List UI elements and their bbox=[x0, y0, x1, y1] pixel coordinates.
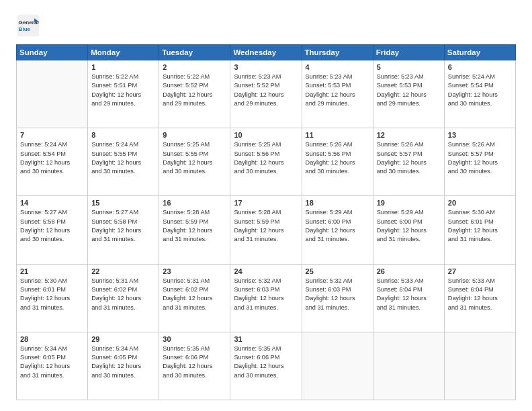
day-number: 8 bbox=[91, 131, 155, 139]
day-number: 4 bbox=[306, 63, 369, 71]
calendar-day-cell bbox=[302, 332, 373, 400]
day-number: 13 bbox=[448, 131, 512, 139]
day-number: 31 bbox=[234, 335, 298, 343]
day-info: Sunrise: 5:34 AM Sunset: 6:05 PM Dayligh… bbox=[91, 345, 155, 380]
day-info: Sunrise: 5:27 AM Sunset: 5:58 PM Dayligh… bbox=[20, 208, 84, 244]
calendar-day-header: Saturday bbox=[444, 45, 515, 60]
day-info: Sunrise: 5:23 AM Sunset: 5:52 PM Dayligh… bbox=[234, 73, 298, 108]
day-number: 15 bbox=[91, 199, 155, 207]
calendar-day-cell bbox=[17, 60, 88, 128]
calendar-day-cell: 31Sunrise: 5:35 AM Sunset: 6:06 PM Dayli… bbox=[230, 332, 302, 400]
calendar-day-cell: 29Sunrise: 5:34 AM Sunset: 6:05 PM Dayli… bbox=[88, 332, 159, 400]
calendar-week-row: 1Sunrise: 5:22 AM Sunset: 5:51 PM Daylig… bbox=[17, 60, 516, 128]
logo-icon: General Blue bbox=[16, 13, 40, 38]
day-info: Sunrise: 5:24 AM Sunset: 5:55 PM Dayligh… bbox=[91, 140, 155, 176]
calendar-day-cell: 24Sunrise: 5:32 AM Sunset: 6:03 PM Dayli… bbox=[230, 264, 302, 332]
calendar-day-header: Friday bbox=[373, 45, 444, 60]
day-info: Sunrise: 5:24 AM Sunset: 5:54 PM Dayligh… bbox=[20, 140, 84, 176]
calendar-day-cell bbox=[373, 332, 444, 400]
day-info: Sunrise: 5:26 AM Sunset: 5:57 PM Dayligh… bbox=[448, 140, 512, 176]
day-info: Sunrise: 5:28 AM Sunset: 5:59 PM Dayligh… bbox=[163, 208, 226, 244]
day-info: Sunrise: 5:22 AM Sunset: 5:52 PM Dayligh… bbox=[163, 73, 226, 108]
calendar-week-row: 28Sunrise: 5:34 AM Sunset: 6:05 PM Dayli… bbox=[17, 332, 516, 400]
page: General Blue SundayMondayTuesdayWednesda… bbox=[0, 0, 532, 411]
calendar-week-row: 7Sunrise: 5:24 AM Sunset: 5:54 PM Daylig… bbox=[17, 128, 516, 196]
day-number: 3 bbox=[234, 63, 298, 71]
header: General Blue bbox=[16, 13, 516, 38]
day-number: 1 bbox=[91, 63, 155, 71]
calendar-day-cell: 4Sunrise: 5:23 AM Sunset: 5:53 PM Daylig… bbox=[302, 60, 373, 128]
day-number: 12 bbox=[377, 131, 441, 139]
calendar-day-cell: 28Sunrise: 5:34 AM Sunset: 6:05 PM Dayli… bbox=[17, 332, 88, 400]
day-info: Sunrise: 5:34 AM Sunset: 6:05 PM Dayligh… bbox=[20, 345, 84, 380]
day-info: Sunrise: 5:25 AM Sunset: 5:56 PM Dayligh… bbox=[234, 140, 298, 176]
calendar-header-row: SundayMondayTuesdayWednesdayThursdayFrid… bbox=[17, 45, 516, 60]
calendar-day-cell: 3Sunrise: 5:23 AM Sunset: 5:52 PM Daylig… bbox=[230, 60, 302, 128]
calendar-day-cell: 13Sunrise: 5:26 AM Sunset: 5:57 PM Dayli… bbox=[444, 128, 515, 196]
day-number: 20 bbox=[448, 199, 512, 207]
day-number: 7 bbox=[20, 131, 84, 139]
calendar-day-cell: 21Sunrise: 5:30 AM Sunset: 6:01 PM Dayli… bbox=[17, 264, 88, 332]
day-info: Sunrise: 5:31 AM Sunset: 6:02 PM Dayligh… bbox=[163, 277, 226, 312]
day-info: Sunrise: 5:23 AM Sunset: 5:53 PM Dayligh… bbox=[306, 73, 369, 108]
day-number: 21 bbox=[20, 267, 84, 275]
day-number: 23 bbox=[163, 267, 226, 275]
day-info: Sunrise: 5:27 AM Sunset: 5:58 PM Dayligh… bbox=[91, 208, 155, 244]
day-info: Sunrise: 5:30 AM Sunset: 6:01 PM Dayligh… bbox=[20, 277, 84, 312]
day-number: 6 bbox=[448, 63, 512, 71]
day-info: Sunrise: 5:22 AM Sunset: 5:51 PM Dayligh… bbox=[91, 73, 155, 108]
day-info: Sunrise: 5:24 AM Sunset: 5:54 PM Dayligh… bbox=[448, 73, 512, 108]
day-info: Sunrise: 5:35 AM Sunset: 6:06 PM Dayligh… bbox=[163, 345, 226, 380]
day-number: 25 bbox=[306, 267, 369, 275]
day-number: 9 bbox=[163, 131, 226, 139]
day-number: 16 bbox=[163, 199, 226, 207]
logo: General Blue bbox=[16, 13, 40, 38]
calendar-day-cell: 17Sunrise: 5:28 AM Sunset: 5:59 PM Dayli… bbox=[230, 196, 302, 264]
calendar-day-cell: 25Sunrise: 5:32 AM Sunset: 6:03 PM Dayli… bbox=[302, 264, 373, 332]
calendar-day-header: Sunday bbox=[17, 45, 88, 60]
day-number: 27 bbox=[448, 267, 512, 275]
day-number: 19 bbox=[377, 199, 441, 207]
calendar-day-cell: 5Sunrise: 5:23 AM Sunset: 5:53 PM Daylig… bbox=[373, 60, 444, 128]
calendar-day-cell: 20Sunrise: 5:30 AM Sunset: 6:01 PM Dayli… bbox=[444, 196, 515, 264]
calendar-day-cell: 14Sunrise: 5:27 AM Sunset: 5:58 PM Dayli… bbox=[17, 196, 88, 264]
calendar-day-cell bbox=[444, 332, 515, 400]
day-info: Sunrise: 5:29 AM Sunset: 6:00 PM Dayligh… bbox=[306, 208, 369, 244]
day-number: 30 bbox=[163, 335, 226, 343]
calendar-day-cell: 1Sunrise: 5:22 AM Sunset: 5:51 PM Daylig… bbox=[88, 60, 159, 128]
calendar-day-cell: 6Sunrise: 5:24 AM Sunset: 5:54 PM Daylig… bbox=[444, 60, 515, 128]
day-info: Sunrise: 5:32 AM Sunset: 6:03 PM Dayligh… bbox=[234, 277, 298, 312]
day-number: 26 bbox=[377, 267, 441, 275]
calendar-table: SundayMondayTuesdayWednesdayThursdayFrid… bbox=[16, 44, 516, 400]
calendar-day-header: Wednesday bbox=[230, 45, 302, 60]
day-info: Sunrise: 5:29 AM Sunset: 6:00 PM Dayligh… bbox=[377, 208, 441, 244]
day-number: 17 bbox=[234, 199, 298, 207]
day-number: 5 bbox=[377, 63, 441, 71]
day-info: Sunrise: 5:25 AM Sunset: 5:55 PM Dayligh… bbox=[163, 140, 226, 176]
day-number: 10 bbox=[234, 131, 298, 139]
calendar-day-cell: 19Sunrise: 5:29 AM Sunset: 6:00 PM Dayli… bbox=[373, 196, 444, 264]
calendar-day-cell: 2Sunrise: 5:22 AM Sunset: 5:52 PM Daylig… bbox=[159, 60, 230, 128]
day-number: 2 bbox=[163, 63, 226, 71]
calendar-day-header: Thursday bbox=[302, 45, 373, 60]
day-number: 22 bbox=[91, 267, 155, 275]
day-info: Sunrise: 5:26 AM Sunset: 5:57 PM Dayligh… bbox=[377, 140, 441, 176]
day-info: Sunrise: 5:23 AM Sunset: 5:53 PM Dayligh… bbox=[377, 73, 441, 108]
day-number: 14 bbox=[20, 199, 84, 207]
calendar-day-cell: 9Sunrise: 5:25 AM Sunset: 5:55 PM Daylig… bbox=[159, 128, 230, 196]
calendar-day-cell: 12Sunrise: 5:26 AM Sunset: 5:57 PM Dayli… bbox=[373, 128, 444, 196]
svg-text:Blue: Blue bbox=[19, 26, 31, 32]
calendar-day-cell: 27Sunrise: 5:33 AM Sunset: 6:04 PM Dayli… bbox=[444, 264, 515, 332]
calendar-week-row: 21Sunrise: 5:30 AM Sunset: 6:01 PM Dayli… bbox=[17, 264, 516, 332]
day-number: 24 bbox=[234, 267, 298, 275]
calendar-week-row: 14Sunrise: 5:27 AM Sunset: 5:58 PM Dayli… bbox=[17, 196, 516, 264]
day-info: Sunrise: 5:30 AM Sunset: 6:01 PM Dayligh… bbox=[448, 208, 512, 244]
calendar-day-cell: 10Sunrise: 5:25 AM Sunset: 5:56 PM Dayli… bbox=[230, 128, 302, 196]
calendar-day-cell: 7Sunrise: 5:24 AM Sunset: 5:54 PM Daylig… bbox=[17, 128, 88, 196]
day-info: Sunrise: 5:32 AM Sunset: 6:03 PM Dayligh… bbox=[306, 277, 369, 312]
day-info: Sunrise: 5:33 AM Sunset: 6:04 PM Dayligh… bbox=[448, 277, 512, 312]
calendar-day-cell: 15Sunrise: 5:27 AM Sunset: 5:58 PM Dayli… bbox=[88, 196, 159, 264]
calendar-day-cell: 16Sunrise: 5:28 AM Sunset: 5:59 PM Dayli… bbox=[159, 196, 230, 264]
day-info: Sunrise: 5:35 AM Sunset: 6:06 PM Dayligh… bbox=[234, 345, 298, 380]
day-info: Sunrise: 5:26 AM Sunset: 5:56 PM Dayligh… bbox=[306, 140, 369, 176]
